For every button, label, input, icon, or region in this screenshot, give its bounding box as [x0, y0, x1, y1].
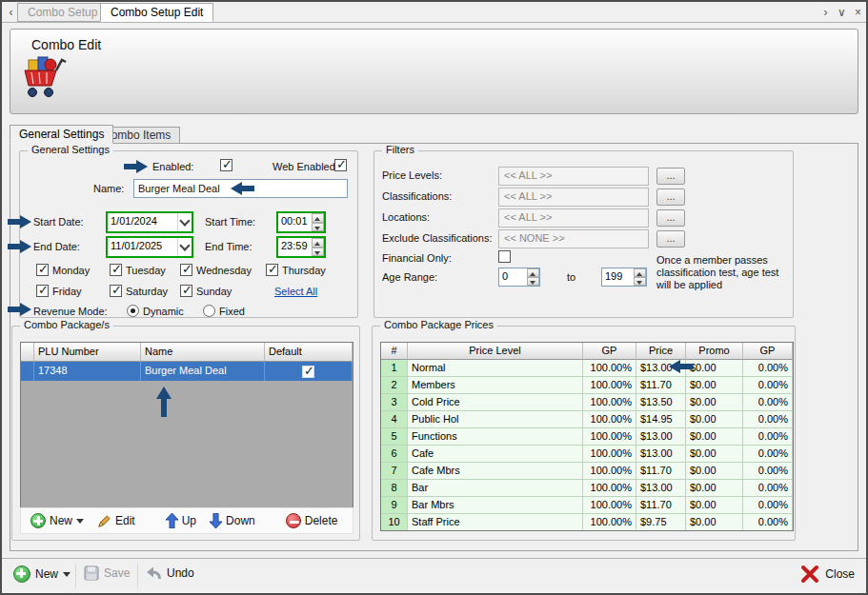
sunday-checkbox[interactable] — [180, 285, 192, 297]
column-header-price-level[interactable]: Price Level — [408, 343, 583, 360]
spinner-buttons[interactable] — [527, 268, 539, 286]
nav-forward-icon[interactable]: › — [818, 4, 833, 21]
promo-cell[interactable]: $0.00 — [686, 463, 743, 480]
chevron-down-icon[interactable] — [76, 519, 84, 524]
wednesday-checkbox[interactable] — [180, 264, 192, 276]
web-enabled-checkbox[interactable] — [334, 159, 347, 171]
promo-cell[interactable]: $0.00 — [686, 428, 743, 446]
start-time-spinner[interactable]: 00:01 — [276, 211, 326, 233]
gp2-cell[interactable]: 0.00% — [743, 463, 793, 480]
gp2-cell[interactable]: 0.00% — [743, 497, 793, 514]
price-cell[interactable]: $13.00 — [636, 446, 686, 463]
price-level-cell[interactable]: Functions — [408, 428, 583, 446]
tab-combo-setup-edit[interactable]: Combo Setup Edit — [100, 3, 213, 22]
price-row[interactable]: 10 Staff Price 100.00% $9.75 $0.00 0.00% — [381, 514, 793, 531]
column-header-gp[interactable]: GP — [583, 343, 636, 360]
gp-cell[interactable]: 100.00% — [583, 377, 636, 394]
gp2-cell[interactable]: 0.00% — [743, 360, 793, 377]
tab-general-settings[interactable]: General Settings — [10, 125, 113, 144]
end-time-spinner[interactable]: 23:59 — [276, 236, 326, 258]
default-checkbox[interactable] — [302, 366, 314, 378]
price-level-cell[interactable]: Cold Price — [408, 394, 583, 411]
dynamic-radio[interactable] — [127, 305, 139, 317]
price-row[interactable]: 1 Normal 100.00% $13.00 $0.00 0.00% — [381, 360, 793, 377]
chevron-down-icon[interactable] — [63, 572, 71, 577]
gp2-cell[interactable]: 0.00% — [743, 411, 793, 428]
price-levels-browse-button[interactable]: ... — [656, 168, 685, 185]
price-cell[interactable]: $11.70 — [636, 497, 686, 514]
classifications-browse-button[interactable]: ... — [656, 188, 685, 206]
promo-cell[interactable]: $0.00 — [686, 480, 743, 497]
price-row[interactable]: 9 Bar Mbrs 100.00% $11.70 $0.00 0.00% — [381, 497, 793, 514]
promo-cell[interactable]: $0.00 — [686, 446, 743, 463]
column-header-price[interactable]: Price — [636, 343, 686, 360]
delete-package-button[interactable]: Delete — [280, 511, 344, 530]
end-date-picker[interactable]: 11/01/2025 — [106, 236, 193, 258]
new-button[interactable]: New — [13, 565, 71, 583]
column-header-default[interactable]: Default — [265, 343, 353, 362]
price-cell[interactable]: $11.70 — [636, 377, 686, 394]
column-header-name[interactable]: Name — [141, 343, 265, 362]
price-level-cell[interactable]: Public Hol — [408, 411, 583, 428]
price-level-cell[interactable]: Members — [408, 377, 583, 394]
select-all-link[interactable]: Select All — [274, 286, 317, 297]
undo-button[interactable]: Undo — [145, 565, 194, 581]
price-level-cell[interactable]: Staff Price — [408, 514, 583, 531]
price-level-cell[interactable]: Normal — [408, 360, 583, 377]
promo-cell[interactable]: $0.00 — [686, 360, 743, 377]
edit-package-button[interactable]: Edit — [91, 512, 141, 530]
gp-cell[interactable]: 100.00% — [583, 394, 636, 411]
gp-cell[interactable]: 100.00% — [583, 497, 636, 514]
column-header-promo[interactable]: Promo — [686, 343, 743, 360]
fixed-radio[interactable] — [203, 305, 215, 317]
price-row[interactable]: 6 Cafe 100.00% $13.00 $0.00 0.00% — [381, 446, 793, 463]
financial-only-checkbox[interactable] — [498, 250, 511, 263]
age-max-spinner[interactable]: 199 — [601, 268, 647, 287]
nav-back-icon[interactable]: ‹ — [4, 4, 18, 21]
chevron-down-icon[interactable] — [177, 213, 192, 231]
gp-cell[interactable]: 100.00% — [583, 446, 636, 463]
price-row[interactable]: 2 Members 100.00% $11.70 $0.00 0.00% — [381, 377, 793, 394]
gp2-cell[interactable]: 0.00% — [743, 394, 793, 411]
friday-checkbox[interactable] — [36, 285, 49, 297]
promo-cell[interactable]: $0.00 — [686, 377, 743, 394]
default-cell[interactable] — [265, 362, 353, 381]
gp-cell[interactable]: 100.00% — [583, 411, 636, 428]
price-cell[interactable]: $14.95 — [636, 411, 686, 428]
move-down-button[interactable]: Down — [204, 511, 261, 530]
price-row[interactable]: 3 Cold Price 100.00% $13.50 $0.00 0.00% — [381, 394, 793, 411]
enabled-checkbox[interactable] — [220, 159, 232, 171]
price-level-cell[interactable]: Cafe Mbrs — [408, 463, 583, 480]
price-level-cell[interactable]: Cafe — [408, 446, 583, 463]
gp2-cell[interactable]: 0.00% — [743, 446, 793, 463]
price-row[interactable]: 4 Public Hol 100.00% $14.95 $0.00 0.00% — [381, 411, 793, 428]
tab-combo-setup[interactable]: Combo Setup — [17, 3, 108, 22]
spinner-buttons[interactable] — [634, 268, 646, 286]
spinner-buttons[interactable] — [312, 213, 324, 231]
gp-cell[interactable]: 100.00% — [583, 514, 636, 531]
start-date-picker[interactable]: 1/01/2024 — [106, 211, 193, 233]
locations-browse-button[interactable]: ... — [656, 209, 685, 227]
promo-cell[interactable]: $0.00 — [686, 394, 743, 411]
plu-cell[interactable]: 17348 — [34, 362, 141, 381]
chevron-down-icon[interactable] — [177, 238, 192, 256]
price-cell[interactable]: $11.70 — [636, 463, 686, 480]
price-cell[interactable]: $13.50 — [636, 394, 686, 411]
move-up-button[interactable]: Up — [160, 511, 202, 530]
price-level-cell[interactable]: Bar Mbrs — [408, 497, 583, 514]
save-button[interactable]: Save — [84, 565, 130, 581]
price-cell[interactable]: $13.00 — [636, 480, 686, 497]
tab-list-dropdown-icon[interactable]: ∨ — [835, 4, 849, 21]
exclude-classifications-browse-button[interactable]: ... — [656, 230, 685, 248]
promo-cell[interactable]: $0.00 — [686, 497, 743, 514]
age-min-spinner[interactable]: 0 — [498, 268, 540, 287]
gp2-cell[interactable]: 0.00% — [743, 377, 793, 394]
price-row[interactable]: 7 Cafe Mbrs 100.00% $11.70 $0.00 0.00% — [381, 463, 793, 480]
price-level-cell[interactable]: Bar — [408, 480, 583, 497]
gp2-cell[interactable]: 0.00% — [743, 480, 793, 497]
thursday-checkbox[interactable] — [266, 264, 278, 276]
name-cell[interactable]: Burger Meal Deal — [141, 362, 265, 381]
promo-cell[interactable]: $0.00 — [686, 411, 743, 428]
gp-cell[interactable]: 100.00% — [583, 428, 636, 446]
price-row[interactable]: 5 Functions 100.00% $13.00 $0.00 0.00% — [381, 428, 793, 446]
